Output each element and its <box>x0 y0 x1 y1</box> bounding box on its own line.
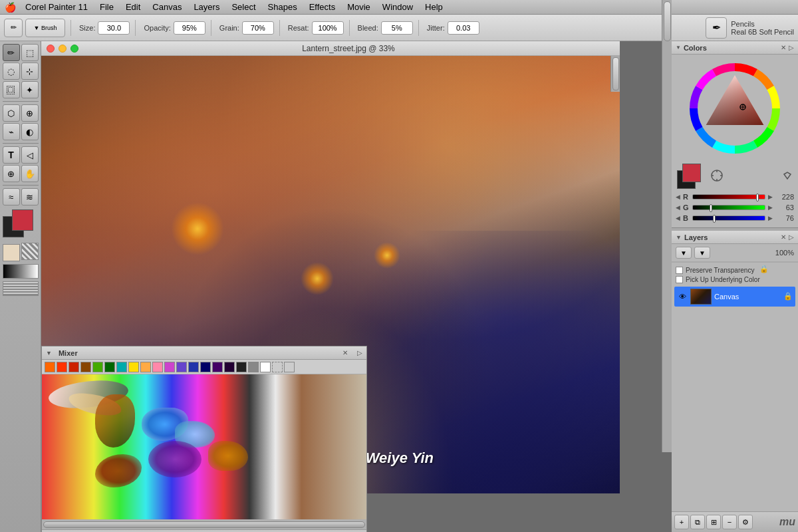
minimize-btn[interactable] <box>59 45 66 53</box>
burn-btn[interactable]: ◐ <box>21 123 39 140</box>
swatch-gray[interactable] <box>248 362 259 372</box>
layer-lock-icon[interactable]: 🔒 <box>783 292 793 301</box>
brush-tool-btn[interactable]: ✏ <box>3 44 20 61</box>
mixer-scrollbar[interactable] <box>42 519 366 529</box>
r-arrow-left[interactable]: ◀ <box>676 194 680 200</box>
layers-close-btn[interactable]: ✕ <box>781 233 786 241</box>
magic-wand-btn[interactable]: ✦ <box>21 81 39 98</box>
swatch-violet[interactable] <box>176 362 187 372</box>
brush-select-btn[interactable]: ✏ <box>4 19 23 37</box>
apple-logo[interactable]: 🍎 <box>4 1 16 13</box>
blend-tool-btn[interactable]: ≋ <box>21 188 39 205</box>
canvas-vscrollbar[interactable] <box>610 56 620 92</box>
fg-color-box[interactable] <box>682 164 701 182</box>
swatch-teal[interactable] <box>116 362 127 372</box>
close-btn[interactable] <box>47 45 55 53</box>
layer-mode-btn[interactable]: ▼ <box>676 247 692 259</box>
menu-shapes[interactable]: Shapes <box>263 1 303 13</box>
bleed-input[interactable] <box>381 21 413 35</box>
g-thumb[interactable] <box>710 204 712 212</box>
lock-icon[interactable]: 🔒 <box>759 265 770 275</box>
swatch-transparent[interactable] <box>272 362 283 372</box>
swatch-dark-red[interactable] <box>68 362 79 372</box>
new-layer-btn[interactable]: + <box>674 515 689 529</box>
swatch-amber[interactable] <box>140 362 151 372</box>
swatch-black[interactable] <box>236 362 247 372</box>
lasso-tool-btn[interactable]: ◌ <box>3 63 20 80</box>
color-wheel-container[interactable] <box>685 59 785 158</box>
canvas-vscroll-thumb[interactable] <box>612 57 619 90</box>
layer-group-btn[interactable]: ⧉ <box>690 515 705 529</box>
right-scroll-thumb[interactable] <box>664 1 671 41</box>
swatch-blue[interactable] <box>188 362 199 372</box>
swatch-white[interactable] <box>260 362 271 372</box>
b-thumb[interactable] <box>713 215 716 223</box>
colors-arrow-icon[interactable] <box>782 170 793 182</box>
mixer-scroll-thumb[interactable] <box>43 521 365 528</box>
g-arrow-right[interactable]: ▶ <box>768 204 773 211</box>
shape-tool-btn[interactable]: ◁ <box>21 146 39 164</box>
crop-tool-btn[interactable]: ⿴ <box>3 81 20 98</box>
opacity-input[interactable] <box>174 21 205 35</box>
pick-up-checkbox[interactable] <box>676 276 683 283</box>
menu-edit[interactable]: Edit <box>120 1 146 13</box>
swatch-deep-purple[interactable] <box>224 362 235 372</box>
weave-swatch[interactable] <box>3 281 39 296</box>
b-arrow-left[interactable]: ◀ <box>676 215 680 221</box>
maximize-btn[interactable] <box>70 45 78 53</box>
swatch-red-orange[interactable] <box>57 362 67 372</box>
jitter-input[interactable] <box>448 21 479 35</box>
swatch-empty[interactable] <box>284 362 295 372</box>
layer-blend-btn[interactable]: ▼ <box>694 247 710 259</box>
mixer-close-btn[interactable]: ✕ <box>342 349 350 357</box>
b-arrow-right[interactable]: ▶ <box>768 215 773 221</box>
gradient-swatch[interactable] <box>3 264 39 279</box>
layer-eye-icon[interactable]: 👁 <box>677 291 688 302</box>
preserve-trans-checkbox[interactable] <box>676 267 683 274</box>
app-name-menu[interactable]: Corel Painter 11 <box>20 1 93 13</box>
swatch-pink[interactable] <box>152 362 163 372</box>
mixer-expand-btn[interactable]: ▷ <box>357 349 362 356</box>
resat-input[interactable] <box>312 21 344 35</box>
canvas-layer-item[interactable]: 👁 Canvas 🔒 <box>674 287 795 307</box>
hand-tool-btn[interactable]: ✋ <box>21 165 39 182</box>
paper-swatch[interactable] <box>3 244 20 261</box>
grain-input[interactable] <box>242 21 274 35</box>
color-picker-icon[interactable] <box>710 169 724 184</box>
swatch-purple[interactable] <box>164 362 175 372</box>
layers-expand-btn[interactable]: ▷ <box>789 233 794 241</box>
swatch-dark-green[interactable] <box>104 362 115 372</box>
menu-select[interactable]: Select <box>226 1 261 13</box>
swatch-yellow[interactable] <box>128 362 139 372</box>
r-arrow-right[interactable]: ▶ <box>768 194 773 200</box>
right-scrollbar[interactable] <box>662 0 672 452</box>
layer-merge-btn[interactable]: ⊞ <box>706 515 721 529</box>
select-rect-tool-btn[interactable]: ⬚ <box>21 44 39 61</box>
colors-expand-btn[interactable]: ▷ <box>789 44 794 51</box>
swatch-indigo[interactable] <box>212 362 223 372</box>
swatch-navy[interactable] <box>200 362 211 372</box>
menu-layers[interactable]: Layers <box>188 1 225 13</box>
g-arrow-left[interactable]: ◀ <box>676 204 680 211</box>
layer-settings-btn[interactable]: ⚙ <box>738 515 753 529</box>
color-wheel-svg[interactable] <box>685 59 785 158</box>
zoom-tool-btn[interactable]: ⊕ <box>3 165 20 182</box>
color-wheel-area[interactable] <box>672 55 798 161</box>
rubber-stamp-btn[interactable]: ⊕ <box>21 104 39 122</box>
b-slider[interactable] <box>692 215 765 221</box>
foreground-color-swatch[interactable] <box>12 209 33 231</box>
swatch-green[interactable] <box>92 362 103 372</box>
swatch-brown[interactable] <box>80 362 91 372</box>
size-input[interactable] <box>98 21 130 35</box>
smear-tool-btn[interactable]: ≈ <box>3 188 20 205</box>
r-thumb[interactable] <box>756 194 759 201</box>
g-slider[interactable] <box>692 205 765 210</box>
menu-help[interactable]: Help <box>420 1 448 13</box>
dropper-btn[interactable]: ⌁ <box>3 123 20 140</box>
menu-canvas[interactable]: Canvas <box>147 1 187 13</box>
menu-effects[interactable]: Effects <box>304 1 341 13</box>
swatch-orange[interactable] <box>45 362 55 372</box>
pattern-swatch[interactable] <box>21 243 39 260</box>
brush-variant-btn[interactable]: ▼ Brush <box>25 19 65 37</box>
menu-file[interactable]: File <box>94 1 119 13</box>
